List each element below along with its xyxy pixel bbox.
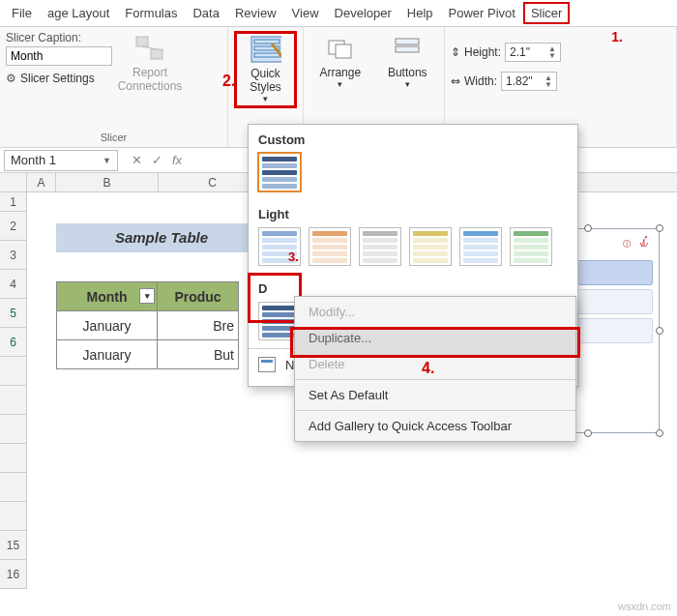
row-header[interactable]: 5 xyxy=(0,299,26,328)
tab-review[interactable]: Review xyxy=(227,2,284,24)
style-swatch-light-gray[interactable] xyxy=(359,227,401,266)
tab-page-layout[interactable]: age Layout xyxy=(40,2,117,24)
row-header[interactable]: 2 xyxy=(0,212,26,241)
watermark: wsxdn.com xyxy=(618,601,671,612)
height-icon: ⇕ xyxy=(451,45,460,59)
table-row[interactable]: JanuaryBre xyxy=(57,311,239,340)
resize-handle[interactable] xyxy=(584,429,592,437)
group-slicer: Slicer Caption: Slicer Settings Report C… xyxy=(0,27,228,147)
row-header[interactable]: 3 xyxy=(0,241,26,270)
fx-icon[interactable]: fx xyxy=(172,153,182,167)
buttons-icon xyxy=(392,35,423,62)
row-header[interactable] xyxy=(0,444,26,473)
height-label: Height: xyxy=(464,45,501,59)
menu-delete[interactable]: Delete xyxy=(295,351,575,377)
tab-file[interactable]: File xyxy=(4,2,40,24)
tab-slicer[interactable]: Slicer xyxy=(523,2,571,24)
report-connections-label: Report Connections xyxy=(118,66,183,93)
row-header[interactable] xyxy=(0,502,26,531)
annotation-4: 4. xyxy=(422,360,434,377)
buttons-label: Buttons xyxy=(388,66,427,79)
annotation-3: 3. xyxy=(288,249,299,264)
svg-rect-4 xyxy=(254,40,280,44)
resize-handle[interactable] xyxy=(584,224,592,232)
report-connections-icon xyxy=(134,35,165,62)
row-header[interactable]: 6 xyxy=(0,328,26,357)
buttons-button[interactable]: Buttons ▾ xyxy=(377,31,439,89)
col-header-b[interactable]: B xyxy=(56,173,159,191)
menu-set-default[interactable]: Set As Default xyxy=(295,382,575,408)
chevron-down-icon[interactable]: ▼ xyxy=(103,156,111,165)
row-header[interactable] xyxy=(0,415,26,444)
row-header[interactable] xyxy=(0,386,26,415)
menu-add-gallery-qat[interactable]: Add Gallery to Quick Access Toolbar xyxy=(295,413,575,439)
annotation-1: 1. xyxy=(611,29,623,44)
title-cell[interactable]: Sample Table xyxy=(56,223,267,252)
table-header-month[interactable]: Month▾ xyxy=(57,282,158,311)
group-slicer-label: Slicer xyxy=(6,130,221,147)
resize-handle[interactable] xyxy=(656,224,663,232)
select-all-corner[interactable] xyxy=(0,173,27,191)
svg-line-2 xyxy=(142,46,157,49)
slicer-settings-button[interactable]: Slicer Settings xyxy=(6,72,112,85)
quick-styles-button[interactable]: Quick Styles ▾ xyxy=(234,31,297,108)
table-row[interactable]: JanuaryBut xyxy=(57,340,239,369)
row-headers: 1 2 3 4 5 6 15 16 xyxy=(0,192,27,589)
quick-styles-icon xyxy=(250,36,281,63)
slicer-caption-input[interactable] xyxy=(6,46,112,66)
row-header[interactable]: 4 xyxy=(0,270,26,299)
style-swatch-light-orange[interactable] xyxy=(309,227,351,266)
new-style-icon xyxy=(258,357,276,372)
style-swatch[interactable] xyxy=(459,227,502,266)
height-input[interactable]: 2.1"▲▼ xyxy=(505,43,561,62)
resize-handle[interactable] xyxy=(656,327,663,335)
sample-table: Month▾ Produc JanuaryBre JanuaryBut xyxy=(56,281,239,369)
svg-rect-1 xyxy=(151,49,162,59)
report-connections-button[interactable]: Report Connections xyxy=(118,31,182,93)
tab-formulas[interactable]: Formulas xyxy=(117,2,185,24)
row-header[interactable] xyxy=(0,473,26,502)
arrange-button[interactable]: Arrange ▾ xyxy=(309,31,371,89)
tab-data[interactable]: Data xyxy=(185,2,226,24)
row-header[interactable]: 16 xyxy=(0,560,26,589)
svg-rect-6 xyxy=(254,53,280,57)
tab-developer[interactable]: Developer xyxy=(327,2,399,24)
filter-icon[interactable]: ▾ xyxy=(139,288,155,304)
name-box[interactable]: Month 1 ▼ xyxy=(4,150,118,171)
row-header[interactable]: 15 xyxy=(0,531,26,560)
multi-select-icon[interactable]: ⦶ xyxy=(623,235,631,250)
svg-rect-10 xyxy=(396,39,419,44)
resize-handle[interactable] xyxy=(656,429,663,437)
row-header[interactable] xyxy=(0,357,26,386)
style-context-menu: Modify... Duplicate... Delete Set As Def… xyxy=(294,296,576,442)
enter-icon[interactable]: ✓ xyxy=(152,153,162,167)
row-header[interactable]: 1 xyxy=(0,192,26,212)
section-light: Light xyxy=(249,199,577,225)
chevron-down-icon: ▾ xyxy=(405,79,410,89)
col-header-a[interactable]: A xyxy=(27,173,56,191)
clear-filter-icon[interactable]: ⫝̸ xyxy=(638,235,651,250)
menu-modify[interactable]: Modify... xyxy=(295,299,575,325)
section-custom: Custom xyxy=(249,125,577,151)
tab-power-pivot[interactable]: Power Pivot xyxy=(441,2,523,24)
gear-icon xyxy=(6,72,16,85)
ribbon-tabs: File age Layout Formulas Data Review Vie… xyxy=(0,0,677,27)
quick-styles-label: Quick Styles xyxy=(239,67,292,94)
chevron-down-icon: ▾ xyxy=(338,79,342,89)
width-input[interactable]: 1.82"▲▼ xyxy=(501,72,557,91)
arrange-label: Arrange xyxy=(319,66,361,79)
arrange-icon xyxy=(325,35,356,62)
svg-rect-0 xyxy=(136,37,148,46)
style-swatch-light-yellow[interactable] xyxy=(409,227,452,266)
svg-rect-11 xyxy=(396,46,419,52)
table-header-product[interactable]: Produc xyxy=(158,282,239,311)
svg-rect-9 xyxy=(336,44,351,58)
style-swatch[interactable] xyxy=(510,227,552,266)
tab-help[interactable]: Help xyxy=(399,2,441,24)
cancel-icon[interactable]: ✕ xyxy=(132,153,142,167)
name-box-value: Month 1 xyxy=(11,153,56,167)
tab-view[interactable]: View xyxy=(284,2,327,24)
style-swatch-custom[interactable] xyxy=(258,153,301,191)
chevron-down-icon: ▾ xyxy=(263,94,268,103)
menu-duplicate[interactable]: Duplicate... xyxy=(295,325,575,351)
